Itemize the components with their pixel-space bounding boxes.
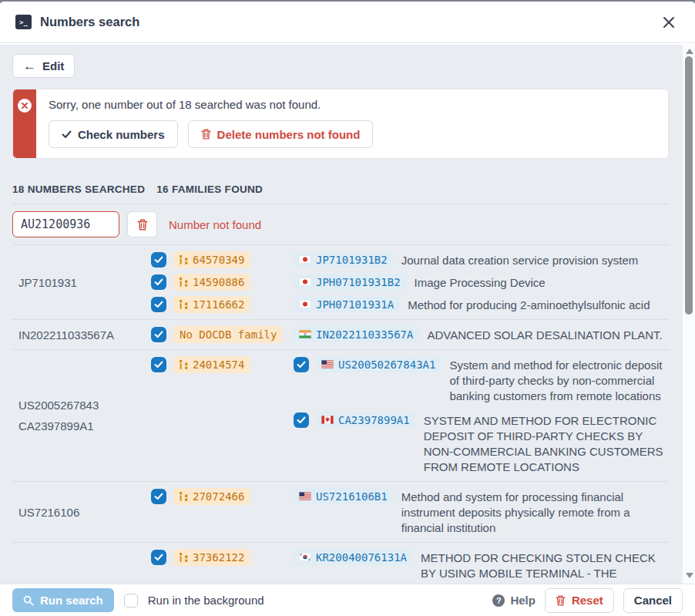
family-id-cell: No DOCDB family	[173, 326, 294, 343]
publication-title: System and method for electronic deposit…	[449, 356, 669, 404]
publication-number-badge[interactable]: IN202211033567A	[294, 326, 418, 342]
flag-icon-jp	[299, 278, 311, 286]
dialog-body: ← Edit Sorry, one number out of 18 searc…	[0, 45, 682, 584]
family-id-badge: 37362122	[173, 549, 250, 566]
delete-number-button[interactable]	[127, 211, 157, 237]
selection-checkbox[interactable]	[151, 489, 166, 504]
searched-numbers-cell: KR1020040076131A	[12, 549, 146, 584]
selection-checkbox[interactable]	[151, 550, 166, 565]
family-id-cell: 17116662	[173, 296, 294, 313]
family-row: 37362122KR20040076131AMETHOD FOR CHECKIN…	[146, 549, 669, 584]
family-id-cell: 27072466	[173, 488, 294, 505]
flag-icon-kr	[299, 553, 311, 561]
not-found-row: Number not found	[12, 204, 669, 244]
family-tree-icon	[180, 278, 188, 287]
numbers-search-dialog: >_ Numbers search ← Edit Sorry, one numb…	[0, 0, 695, 616]
searched-number: US7216106	[18, 506, 146, 519]
number-input[interactable]	[12, 211, 119, 237]
selection-checkbox[interactable]	[151, 357, 166, 372]
selection-checkbox[interactable]	[151, 274, 166, 290]
run-background-label: Run in the background	[148, 594, 264, 607]
selection-checkbox[interactable]	[294, 357, 309, 372]
publication-number-badge[interactable]: CA2397899A1	[316, 412, 415, 428]
searched-numbers-cell: US2005267843CA2397899A1	[12, 356, 146, 475]
close-icon	[663, 16, 675, 29]
trash-icon	[201, 129, 211, 140]
publication-number-badge[interactable]: KR20040076131A	[294, 549, 412, 565]
scrollbar-thumb[interactable]	[685, 56, 693, 315]
publication-title: Image Processing Device	[415, 274, 546, 291]
error-alert: Sorry, one number out of 18 searched was…	[12, 89, 669, 159]
searched-numbers-cell: IN202211033567A	[12, 326, 146, 343]
flag-icon-jp	[299, 255, 311, 264]
family-tree-icon	[180, 492, 188, 501]
selection-checkbox[interactable]	[151, 327, 166, 342]
publication-title: ADVANCED SOLAR DESALINATION PLANT.	[427, 326, 662, 343]
searched-number: CA2397899A1	[18, 419, 146, 433]
publication-row: KR20040076131AMETHOD FOR CHECKING STOLEN…	[294, 549, 669, 584]
reset-button[interactable]: Reset	[545, 588, 614, 613]
publication-title: Method and system for processing financi…	[401, 488, 668, 536]
family-group: JP710193164570349JP7101931B2Journal data…	[12, 245, 669, 319]
publication-title: Journal data creation service provision …	[401, 251, 639, 268]
scrollbar[interactable]	[682, 45, 695, 584]
search-icon	[23, 595, 34, 606]
check-numbers-label: Check numbers	[78, 128, 165, 141]
family-id-badge: No DOCDB family	[173, 326, 283, 343]
edit-button-label: Edit	[42, 59, 64, 72]
selection-checkbox[interactable]	[294, 412, 309, 428]
searched-number: JP7101931	[18, 276, 146, 289]
cancel-button[interactable]: Cancel	[623, 588, 683, 613]
family-id-badge: 17116662	[173, 296, 250, 313]
family-id-badge: 14590886	[173, 274, 250, 291]
publication-row: JPH07101931AMethod for producing 2-amino…	[294, 296, 669, 313]
delete-numbers-label: Delete numbers not found	[217, 128, 361, 141]
help-icon: ?	[492, 594, 505, 607]
publication-number-badge[interactable]: JPH07101931B2	[294, 274, 406, 290]
trash-icon	[137, 219, 148, 231]
check-numbers-button[interactable]: Check numbers	[49, 120, 178, 148]
family-group: IN202211033567ANo DOCDB familyIN20221103…	[12, 319, 669, 349]
help-link[interactable]: ? Help	[492, 594, 536, 607]
scroll-down-arrow[interactable]	[686, 573, 693, 578]
selection-checkbox[interactable]	[151, 297, 166, 312]
family-row: 27072466US7216106B1Method and system for…	[146, 488, 669, 536]
dialog-title: Numbers search	[40, 15, 139, 29]
results-table: JP710193164570349JP7101931B2Journal data…	[12, 245, 669, 584]
numbers-searched-count: 18 NUMBERS SEARCHED	[12, 183, 145, 195]
family-id-cell: 37362122	[173, 549, 294, 566]
cancel-label: Cancel	[634, 594, 672, 607]
searched-number: IN202211033567A	[18, 328, 146, 342]
family-row: 17116662JPH07101931AMethod for producing…	[146, 296, 669, 313]
searched-number: US2005267843	[18, 399, 146, 412]
family-id-badge: 24014574	[173, 356, 250, 373]
selection-checkbox[interactable]	[151, 252, 166, 268]
scroll-up-arrow[interactable]	[686, 49, 693, 54]
publication-number-badge[interactable]: US20050267843A1	[316, 356, 441, 372]
run-background-checkbox[interactable]	[124, 594, 138, 608]
flag-icon-ca	[321, 416, 334, 424]
publication-row: US7216106B1Method and system for process…	[294, 488, 669, 536]
run-search-button[interactable]: Run search	[12, 588, 114, 612]
publication-number-badge[interactable]: JP7101931B2	[294, 251, 393, 268]
flag-icon-in	[299, 330, 311, 338]
publication-number-badge[interactable]: US7216106B1	[294, 488, 393, 504]
family-tree-icon	[180, 553, 188, 562]
family-id-cell: 14590886	[173, 274, 294, 291]
publication-number-badge[interactable]: JPH07101931A	[294, 296, 399, 312]
edit-button[interactable]: ← Edit	[12, 54, 75, 78]
terminal-icon: >_	[15, 15, 32, 29]
family-id-badge: 64570349	[173, 251, 250, 268]
run-search-label: Run search	[40, 594, 103, 607]
publication-row: CA2397899A1SYSTEM AND METHOD FOR ELECTRO…	[294, 412, 669, 475]
not-found-label: Number not found	[169, 218, 261, 231]
family-id-badge: 27072466	[173, 488, 250, 505]
publication-title: METHOD FOR CHECKING STOLEN CHECK BY USIN…	[421, 549, 669, 584]
reset-label: Reset	[572, 594, 603, 607]
searched-numbers-cell: JP7101931	[12, 251, 146, 313]
publication-row: US20050267843A1System and method for ele…	[294, 356, 669, 404]
publication-title: SYSTEM AND METHOD FOR ELECTRONIC DEPOSIT…	[424, 412, 669, 475]
close-button[interactable]	[658, 12, 680, 33]
family-row: 24014574US20050267843A1System and method…	[146, 356, 669, 475]
delete-numbers-button[interactable]: Delete numbers not found	[188, 120, 374, 148]
